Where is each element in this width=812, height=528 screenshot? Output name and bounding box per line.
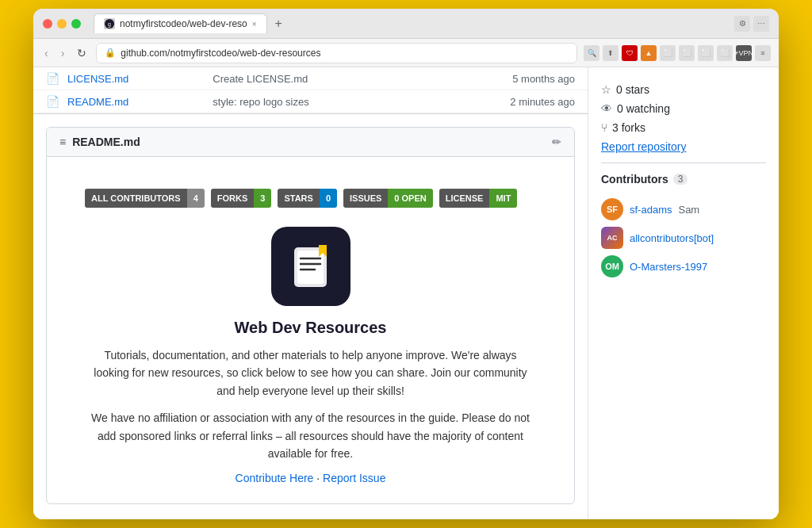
- file-name-readme[interactable]: README.md: [67, 96, 205, 108]
- contributor-row-2[interactable]: OM O-Marsters-1997: [601, 252, 766, 281]
- badge-forks-right: 3: [254, 189, 271, 208]
- file-time-readme: 2 minutes ago: [496, 96, 575, 108]
- badge-forks-left: FORKS: [211, 189, 255, 208]
- readme-section: ≡ README.md ✏ ALL CONTRIBUTORS 4 FORKS: [46, 127, 575, 504]
- addressbar: ‹ › ↻ 🔒 github.com/notmyfirstcodeo/web-d…: [33, 39, 779, 67]
- tab-close-icon[interactable]: ×: [252, 20, 257, 29]
- edit-icon[interactable]: ✏: [552, 136, 561, 148]
- ext5-icon[interactable]: +VPN: [736, 45, 752, 61]
- description-1: Tutorials, documentation, and other mate…: [89, 346, 533, 400]
- badge-issues[interactable]: ISSUES 0 OPEN: [343, 189, 433, 208]
- github-sidebar: ☆ 0 stars 👁 0 watching ⑂ 3 forks Report …: [588, 67, 779, 519]
- shield-icon[interactable]: 🛡: [622, 45, 638, 61]
- description-2: We have no affiliation or association wi…: [89, 409, 533, 462]
- tab-bar: g notmyfirstcodeo/web-dev-reso × +: [94, 13, 728, 33]
- readme-section-title: README.md: [72, 136, 140, 148]
- badge-contributors-left: ALL CONTRIBUTORS: [85, 189, 187, 208]
- file-table: 📄 LICENSE.md Create LICENSE.md 5 months …: [33, 67, 588, 114]
- forward-button[interactable]: ›: [58, 45, 68, 61]
- browser-content: 📄 LICENSE.md Create LICENSE.md 5 months …: [33, 67, 779, 519]
- ext2-icon[interactable]: ⬜: [679, 45, 695, 61]
- contribute-here-link[interactable]: Contribute Here: [236, 472, 314, 484]
- tab-favicon: g: [104, 18, 115, 29]
- svg-text:g: g: [108, 21, 111, 28]
- contributor-avatar-2: OM: [601, 255, 623, 277]
- minimize-button[interactable]: [57, 19, 67, 29]
- readme-body: ALL CONTRIBUTORS 4 FORKS 3 STARS 0 ISS: [47, 157, 574, 503]
- stars-stat: ☆ 0 stars: [601, 80, 766, 99]
- github-main-panel: 📄 LICENSE.md Create LICENSE.md 5 months …: [33, 67, 588, 519]
- watching-count: 0 watching: [617, 102, 670, 115]
- badge-stars[interactable]: STARS 0: [278, 189, 337, 208]
- file-time-license: 5 months ago: [496, 73, 575, 85]
- warning-icon[interactable]: ▲: [641, 45, 657, 61]
- contributor-name-1: allcontributors[bot]: [630, 232, 714, 244]
- ext3-icon[interactable]: ⬜: [698, 45, 714, 61]
- badge-issues-left: ISSUES: [343, 189, 388, 208]
- fork-icon: ⑂: [601, 121, 607, 134]
- active-tab[interactable]: g notmyfirstcodeo/web-dev-reso ×: [94, 13, 267, 33]
- reload-button[interactable]: ↻: [74, 45, 90, 61]
- contributor-name-0: sf-adams: [630, 204, 672, 216]
- toolbar-icon-1[interactable]: ⚙: [734, 16, 750, 32]
- traffic-lights: [43, 19, 81, 29]
- url-bar[interactable]: 🔒 github.com/notmyfirstcodeo/web-dev-res…: [96, 43, 577, 63]
- contributors-title: Contributors: [601, 173, 668, 186]
- repo-logo-svg: [285, 241, 336, 293]
- ext1-icon[interactable]: ⬜: [660, 45, 676, 61]
- repo-logo: [271, 227, 350, 306]
- file-commit-license: Create LICENSE.md: [213, 73, 488, 85]
- contributors-count: 3: [673, 174, 688, 185]
- toolbar-icon-2[interactable]: ⋯: [753, 16, 769, 32]
- browser-toolbar-right: ⚙ ⋯: [734, 16, 769, 32]
- contributor-row-1[interactable]: AC allcontributors[bot]: [601, 224, 766, 252]
- readme-header: ≡ README.md ✏: [47, 128, 574, 157]
- contributor-avatar-0: SF: [601, 198, 623, 220]
- titlebar: g notmyfirstcodeo/web-dev-reso × + ⚙ ⋯: [33, 9, 779, 39]
- file-name-license[interactable]: LICENSE.md: [67, 73, 205, 85]
- new-tab-button[interactable]: +: [270, 15, 287, 33]
- contributors-header: Contributors 3: [601, 173, 766, 186]
- badge-issues-right: 0 OPEN: [388, 189, 432, 208]
- ext4-icon[interactable]: ⬜: [717, 45, 733, 61]
- right-toolbar: 🔍 ⬆ 🛡 ▲ ⬜ ⬜ ⬜ ⬜ +VPN ≡: [584, 45, 771, 61]
- contributor-name-2: O-Marsters-1997: [630, 261, 707, 273]
- forks-count: 3 forks: [612, 121, 645, 134]
- file-row-license: 📄 LICENSE.md Create LICENSE.md 5 months …: [33, 67, 588, 90]
- badge-license-right: MIT: [489, 189, 517, 208]
- readme-links: Contribute Here · Report Issue: [72, 472, 549, 484]
- fullscreen-button[interactable]: [71, 19, 81, 29]
- zoom-icon[interactable]: 🔍: [584, 45, 599, 61]
- tab-title: notmyfirstcodeo/web-dev-reso: [120, 18, 247, 29]
- contributor-extra-0: Sam: [678, 204, 699, 216]
- url-text: github.com/notmyfirstcodeo/web-dev-resou…: [121, 48, 569, 59]
- sidebar-divider: [601, 163, 766, 163]
- badge-contributors[interactable]: ALL CONTRIBUTORS 4: [85, 189, 205, 208]
- stars-count: 0 stars: [616, 83, 649, 96]
- lock-icon: 🔒: [105, 48, 116, 58]
- report-repository-link[interactable]: Report repository: [601, 140, 766, 153]
- file-commit-readme: style: repo logo sizes: [213, 96, 488, 108]
- list-icon: ≡: [59, 136, 66, 148]
- share-icon[interactable]: ⬆: [603, 45, 619, 61]
- forks-stat: ⑂ 3 forks: [601, 118, 766, 137]
- contributor-row-0[interactable]: SF sf-adams Sam: [601, 195, 766, 224]
- badge-forks[interactable]: FORKS 3: [211, 189, 272, 208]
- file-icon-readme: 📄: [46, 95, 59, 108]
- watching-stat: 👁 0 watching: [601, 99, 766, 118]
- close-button[interactable]: [43, 19, 52, 29]
- contributor-avatar-1: AC: [601, 227, 623, 249]
- report-issue-link[interactable]: Report Issue: [323, 472, 385, 484]
- project-title: Web Dev Resources: [72, 319, 549, 337]
- readme-title-area: ≡ README.md: [59, 136, 140, 148]
- browser-window: g notmyfirstcodeo/web-dev-reso × + ⚙ ⋯ ‹…: [33, 9, 779, 519]
- badges-row: ALL CONTRIBUTORS 4 FORKS 3 STARS 0 ISS: [72, 176, 549, 208]
- file-icon: 📄: [46, 72, 59, 85]
- link-separator: ·: [313, 472, 323, 484]
- file-row-readme: 📄 README.md style: repo logo sizes 2 min…: [33, 90, 588, 113]
- badge-contributors-right: 4: [187, 189, 205, 208]
- back-button[interactable]: ‹: [41, 45, 52, 61]
- badge-stars-right: 0: [320, 189, 337, 208]
- badge-license[interactable]: LICENSE MIT: [439, 189, 518, 208]
- menu-icon[interactable]: ≡: [755, 45, 771, 61]
